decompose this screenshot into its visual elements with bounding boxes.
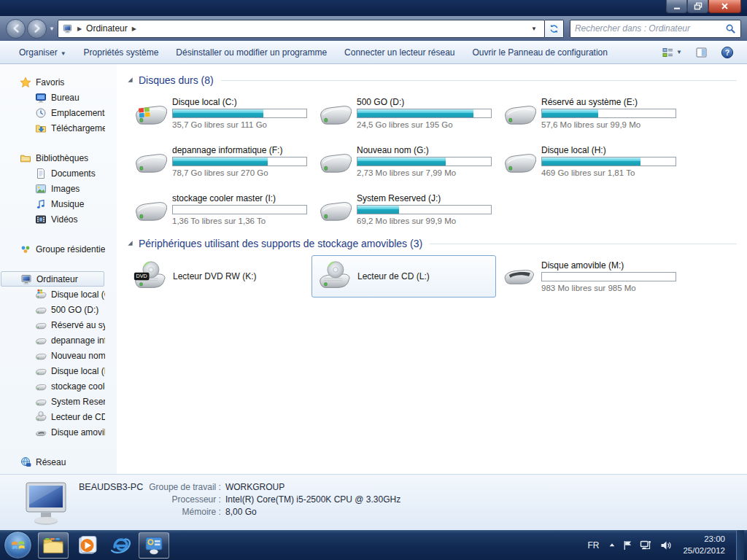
help-button[interactable]: ?: [718, 44, 737, 61]
capacity-bar: [357, 109, 492, 118]
breadcrumb-location[interactable]: Ordinateur: [86, 23, 128, 34]
group-header[interactable]: Périphériques utilisant des supports de …: [127, 238, 737, 249]
window-title-bar: [0, 0, 747, 16]
group-rule: [221, 80, 737, 81]
help-icon: ?: [721, 46, 734, 59]
taskbar-app-windows-media-player[interactable]: [71, 532, 102, 559]
back-button[interactable]: [6, 19, 26, 39]
sidebar-item-stockage-cooler-master-i-[interactable]: stockage cooler master (I:): [0, 378, 105, 394]
history-dropdown[interactable]: ▼: [49, 26, 55, 32]
minimize-button[interactable]: [666, 0, 687, 13]
taskbar-app-system-app[interactable]: [139, 532, 169, 559]
address-dropdown[interactable]: ▼: [527, 26, 541, 32]
sidebar-item-biblioth-ques[interactable]: Bibliothèques: [0, 150, 105, 166]
organize-button[interactable]: Organiser▼: [10, 44, 75, 61]
drive-tile-depannage-informatique-f-[interactable]: depannage informatique (F:) 78,7 Go libr…: [127, 140, 311, 182]
sidebar-item-lecteur-de-cd-l-[interactable]: Lecteur de CD (L:): [0, 409, 105, 424]
sidebar-item-label: Images: [51, 184, 80, 194]
free-space-text: 57,6 Mo libres sur 99,9 Mo: [541, 120, 681, 129]
explorer-content: FavorisBureauEmplacements récentsTélécha…: [0, 64, 747, 474]
sidebar-item-r-seau[interactable]: Réseau: [0, 454, 105, 470]
drive-icon: [35, 365, 47, 377]
sidebar-group: Réseau: [0, 454, 117, 470]
drive-tile-stockage-cooler-master-i-[interactable]: stockage cooler master (I:) 1,36 To libr…: [127, 188, 311, 230]
sidebar-item-depannage-informatique-f-[interactable]: depannage informatique (F:): [0, 332, 105, 348]
show-desktop-button[interactable]: [736, 530, 744, 560]
language-indicator[interactable]: FR: [584, 539, 602, 552]
volume-icon[interactable]: [659, 540, 672, 551]
sidebar-item-bureau[interactable]: Bureau: [0, 90, 105, 105]
drive-icon: [35, 319, 47, 331]
restore-button[interactable]: [687, 0, 708, 13]
capacity-bar: [172, 157, 307, 166]
drive-tile-disque-amovible-m-[interactable]: Disque amovible (M:) 983 Mo libres sur 9…: [496, 255, 684, 298]
libraries-icon: [20, 152, 31, 164]
drive-tile-lecteur-dvd-rw-k-[interactable]: DVDLecteur DVD RW (K:): [127, 255, 311, 298]
drive-name: System Reserved (J:): [357, 193, 492, 203]
sidebar-item-groupe-r-sidentiel[interactable]: Groupe résidentiel: [0, 241, 105, 257]
cd-icon: [35, 411, 47, 423]
sidebar-item-vid-os[interactable]: Vidéos: [0, 211, 105, 227]
group-header[interactable]: Disques durs (8): [127, 74, 737, 86]
sidebar-item-label: Lecteur de CD (L:): [51, 412, 105, 422]
sidebar-item-documents[interactable]: Documents: [0, 166, 105, 181]
sidebar-item-disque-local-h-[interactable]: Disque local (H:): [0, 363, 105, 378]
drive-tile-nouveau-nom-g-[interactable]: Nouveau nom (G:) 2,73 Mo libres sur 7,99…: [311, 140, 496, 182]
sidebar-item-r-serv-au-syst-me-e-[interactable]: Réservé au système (E:): [0, 317, 105, 332]
forward-button[interactable]: [27, 19, 47, 39]
taskbar-app-internet-explorer[interactable]: [105, 532, 136, 559]
capacity-bar: [541, 157, 676, 166]
sidebar-item-nouveau-nom-g-[interactable]: Nouveau nom (G:): [0, 348, 105, 363]
start-button[interactable]: [4, 531, 32, 559]
svg-text:DVD: DVD: [136, 273, 147, 279]
chevron-down-icon: ▼: [676, 49, 682, 55]
drive-tile-500-go-d-[interactable]: 500 GO (D:) 24,5 Go libres sur 195 Go: [311, 92, 496, 134]
sidebar-item-disque-amovible-m-[interactable]: Disque amovible (M:): [0, 424, 105, 440]
sidebar-item-musique[interactable]: Musique: [0, 196, 105, 211]
hdd-icon: [500, 99, 538, 128]
close-button[interactable]: [708, 0, 741, 13]
toolbar-button-4[interactable]: Ouvrir le Panneau de configuration: [464, 44, 616, 61]
drive-name: Nouveau nom (G:): [357, 145, 492, 155]
sidebar-item-system-reserved-j-[interactable]: System Reserved (J:): [0, 394, 105, 409]
sidebar-item-favoris[interactable]: Favoris: [0, 74, 105, 90]
sidebar-item-500-go-d-[interactable]: 500 GO (D:): [0, 302, 105, 317]
drive-tile-disque-local-c-[interactable]: Disque local (C:) 35,7 Go libres sur 111…: [127, 92, 311, 134]
drive-name: Réservé au système (E:): [541, 97, 681, 107]
sidebar-item-images[interactable]: Images: [0, 181, 105, 196]
toolbar-button-2[interactable]: Désinstaller ou modifier un programme: [167, 44, 336, 61]
search-icon[interactable]: [725, 23, 736, 34]
drive-tile-lecteur-de-cd-l-[interactable]: Lecteur de CD (L:): [311, 255, 496, 298]
breadcrumb-expand-arrow-icon[interactable]: ▶: [132, 26, 136, 32]
details-value: 8,00 Go: [225, 507, 400, 517]
sidebar-item-ordinateur[interactable]: Ordinateur: [1, 271, 104, 287]
sidebar-item-label: Réservé au système (E:): [51, 320, 105, 330]
address-bar[interactable]: ▶ Ordinateur ▶ ▼: [58, 20, 545, 38]
preview-pane-button[interactable]: [692, 44, 711, 61]
music-icon: [35, 198, 47, 210]
drive-tile-r-serv-au-syst-me-e-[interactable]: Réservé au système (E:) 57,6 Mo libres s…: [496, 92, 684, 134]
sidebar-item-disque-local-c-[interactable]: Disque local (C:): [0, 287, 105, 302]
sidebar-item-label: Bureau: [51, 93, 80, 103]
details-value: Intel(R) Core(TM) i5-2500K CPU @ 3.30GHz: [225, 494, 400, 505]
drive-tile-system-reserved-j-[interactable]: System Reserved (J:) 69,2 Mo libres sur …: [311, 188, 496, 230]
action-center-flag-icon[interactable]: [622, 540, 633, 551]
sidebar-item-t-l-chargements[interactable]: Téléchargements: [0, 120, 105, 136]
hidden-icons-button[interactable]: [608, 542, 616, 548]
search-input[interactable]: [575, 23, 725, 34]
command-toolbar: Organiser▼ Propriétés systèmeDésinstalle…: [0, 41, 747, 64]
change-view-button[interactable]: ▼: [659, 44, 685, 61]
details-label: Groupe de travail :: [149, 482, 221, 492]
refresh-button[interactable]: [545, 20, 564, 38]
drive-tile-disque-local-h-[interactable]: Disque local (H:) 469 Go libres sur 1,81…: [496, 140, 684, 182]
sidebar-group: FavorisBureauEmplacements récentsTélécha…: [0, 74, 117, 136]
sidebar-item-label: Disque local (C:): [51, 289, 105, 300]
group-title: Disques durs (8): [139, 74, 214, 86]
location-icon: [61, 23, 73, 34]
sidebar-item-emplacements-r-cents[interactable]: Emplacements récents: [0, 105, 105, 120]
network-tray-icon[interactable]: [640, 540, 653, 551]
taskbar-app-windows-explorer[interactable]: [38, 532, 69, 559]
toolbar-button-1[interactable]: Propriétés système: [75, 44, 168, 61]
clock[interactable]: 23:00 25/02/2012: [678, 534, 729, 556]
toolbar-button-3[interactable]: Connecter un lecteur réseau: [336, 44, 463, 61]
